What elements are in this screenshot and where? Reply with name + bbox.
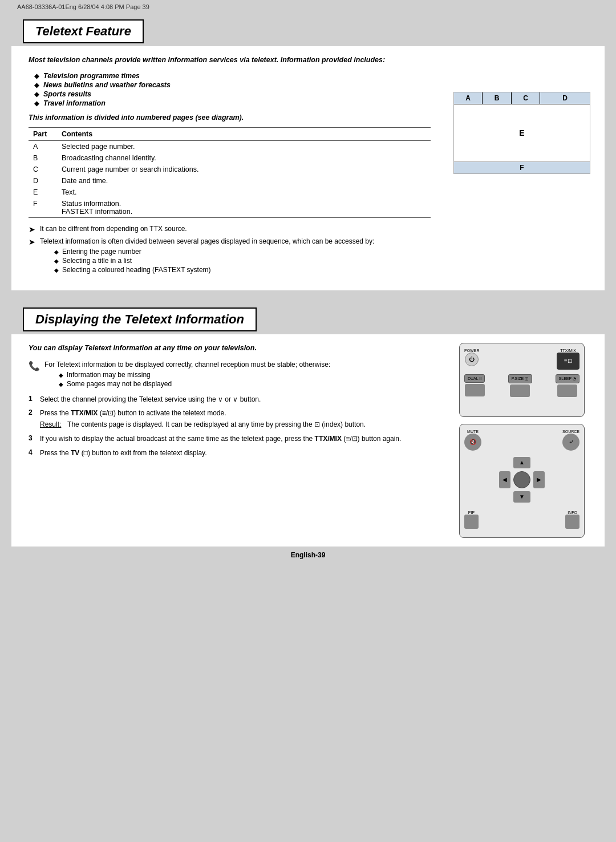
part-a: A	[29, 140, 57, 152]
dpad: ▲ ▼ ◀ ▶	[496, 454, 548, 505]
page-container: AA68-03336A-01Eng 6/28/04 4:08 PM Page 3…	[0, 0, 616, 842]
source-label: SOURCE	[562, 430, 579, 434]
pip-label: PIP	[468, 511, 475, 515]
table-row: E Text.	[29, 187, 431, 198]
diagram-footer-label: F	[520, 164, 524, 172]
top-section: Most television channels provide written…	[11, 46, 605, 290]
content-e: Text.	[57, 187, 431, 198]
page-footer: English-39	[0, 547, 616, 564]
note-phone: 📞 For Teletext information to be display…	[29, 361, 431, 390]
section2-title: Displaying the Teletext Information	[23, 307, 257, 331]
section1-area: Teletext Feature Most television channel…	[11, 14, 605, 290]
part-b: B	[29, 152, 57, 164]
dpad-up: ▲	[513, 457, 530, 468]
second-left: You can display Teletext information at …	[11, 334, 445, 547]
step-num-1: 1	[29, 395, 40, 403]
remote-top: POWER ⏻ TTX/MIX ≡⊡ DUAL II	[459, 343, 585, 417]
sub-list-item: Entering the page number	[54, 247, 374, 256]
section1-title: Teletext Feature	[23, 19, 144, 43]
sub-bullet-list: Entering the page number Selecting a tit…	[54, 247, 374, 274]
source-button: ⤶	[562, 434, 579, 451]
diagram-cell-b: B	[483, 92, 511, 104]
notes-section: ➤ It can be diffrent from depending on T…	[29, 225, 431, 276]
sub-list-item: Information may be missing	[59, 370, 330, 379]
section2-area: Displaying the Teletext Information You …	[11, 302, 605, 547]
col-part: Part	[29, 127, 57, 140]
list-item: News bulletins and weather forecasts	[34, 80, 431, 90]
col-contents: Contents	[57, 127, 431, 140]
second-section: You can display Teletext information at …	[11, 334, 605, 547]
table-row: F Status information.FASTEXT information…	[29, 198, 431, 218]
phone-bullet-list: Information may be missing Some pages ma…	[59, 370, 330, 388]
psize-button: P.SIZE ◫	[508, 374, 532, 383]
part-d: D	[29, 175, 57, 187]
intro-text: Most television channels provide written…	[29, 55, 431, 66]
content-f: Status information.FASTEXT information.	[57, 198, 431, 218]
result-text-2: The contents page is displayed. It can b…	[66, 420, 366, 430]
diagram-body-label: E	[519, 128, 524, 137]
table-row: C Current page number or search indicati…	[29, 164, 431, 175]
step-content-4: Press the TV (□) button to exit from the…	[40, 448, 431, 458]
sleep-button: SLEEP ◔	[556, 374, 579, 383]
step-num-3: 3	[29, 434, 40, 442]
info-label: INFO	[568, 511, 577, 515]
content-b: Broadcasting channel identity.	[57, 152, 431, 164]
arrow-icon: ➤	[29, 225, 35, 234]
teletext-diagram: A B C D E F	[453, 92, 590, 174]
header-text: AA68-03336A-01Eng 6/28/04 4:08 PM Page 3…	[17, 3, 149, 10]
list-item: Sports results	[34, 90, 431, 99]
power-button: ⏻	[465, 353, 479, 366]
diagram-footer: F	[454, 161, 590, 173]
step-num-2: 2	[29, 408, 40, 416]
step-text-1: Select the channel providing the Teletex…	[40, 395, 261, 403]
info-button	[565, 515, 579, 529]
sub-list-item: Selecting a coloured heading (FASTEXT sy…	[54, 265, 374, 274]
note-text-2: Teletext information is often divided be…	[40, 237, 374, 245]
step-num-4: 4	[29, 448, 40, 456]
content-d: Date and time.	[57, 175, 431, 187]
header-bar: AA68-03336A-01Eng 6/28/04 4:08 PM Page 3…	[0, 0, 616, 14]
ttx-button: ≡⊡	[557, 353, 579, 370]
part-f: F	[29, 198, 57, 218]
dpad-down: ▼	[513, 491, 530, 503]
content-a: Selected page number.	[57, 140, 431, 152]
psize-btn-rect	[510, 384, 530, 397]
step-text-4: Press the TV (□) button to exit from the…	[40, 449, 207, 457]
sub-list-item: Selecting a title in a list	[54, 256, 374, 265]
content-c: Current page number or search indication…	[57, 164, 431, 175]
step-text-2: Press the TTX/MIX (≡/⊡) button to activa…	[40, 409, 226, 417]
diagram-cell-a: A	[454, 92, 483, 104]
note-item: ➤ It can be diffrent from depending on T…	[29, 225, 431, 234]
section2-intro: You can display Teletext information at …	[29, 343, 431, 354]
diagram-body: E	[454, 104, 590, 161]
note-text-1: It can be diffrent from depending on TTX…	[40, 225, 187, 233]
part-c: C	[29, 164, 57, 175]
sub-list-item: Some pages may not be displayed	[59, 379, 330, 388]
feature-list: Television programme times News bulletin…	[34, 71, 431, 108]
diagram-cell-c: C	[512, 92, 540, 104]
mute-button: 🔇	[464, 434, 481, 451]
list-item: Television programme times	[34, 71, 431, 80]
table-row: B Broadcasting channel identity.	[29, 152, 431, 164]
table-row: D Date and time.	[29, 175, 431, 187]
sleep-btn-rect	[557, 384, 577, 397]
arrow-icon: ➤	[29, 237, 35, 246]
step-text-3: If you wish to display the actual broadc…	[40, 435, 401, 443]
diagram-top-bar: A B C D	[454, 92, 590, 104]
step-content-1: Select the channel providing the Teletex…	[40, 395, 431, 404]
part-e: E	[29, 187, 57, 198]
diagram-note: This information is divided into numbere…	[29, 114, 431, 122]
mute-label: MUTE	[467, 430, 479, 434]
dpad-right: ▶	[533, 471, 545, 488]
footer-text: English-39	[291, 551, 326, 559]
diagram-cell-d: D	[540, 92, 590, 104]
step-content-2: Press the TTX/MIX (≡/⊡) button to activa…	[40, 408, 431, 430]
step-3: 3 If you wish to display the actual broa…	[29, 434, 431, 444]
second-right: POWER ⏻ TTX/MIX ≡⊡ DUAL II	[445, 334, 605, 547]
phone-icon: 📞	[29, 361, 40, 371]
step-4: 4 Press the TV (□) button to exit from t…	[29, 448, 431, 458]
step-1: 1 Select the channel providing the Telet…	[29, 395, 431, 404]
result-label-2: Result:	[40, 420, 66, 430]
note-item: ➤ Teletext information is often divided …	[29, 237, 431, 276]
step-result-2: Result: The contents page is displayed. …	[40, 420, 431, 430]
